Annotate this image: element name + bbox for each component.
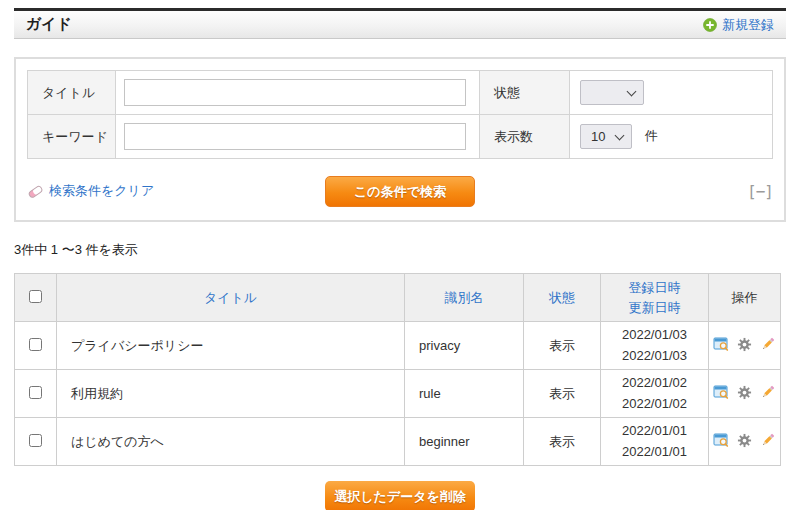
cell-slug: beginner bbox=[405, 418, 524, 466]
row-checkbox[interactable] bbox=[29, 434, 42, 447]
per-page-select-wrap: 10 bbox=[580, 124, 632, 149]
cell-dates: 2022/01/03 2022/01/03 bbox=[601, 322, 709, 370]
search-panel: タイトル 状態 キーワード 表示数 bbox=[14, 57, 786, 222]
per-page-field-label: 表示数 bbox=[480, 115, 570, 159]
cell-title: 利用規約 bbox=[57, 370, 405, 418]
new-registration-label: 新規登録 bbox=[722, 16, 774, 34]
sort-status-header[interactable]: 状態 bbox=[549, 288, 575, 308]
updated-date: 2022/01/02 bbox=[601, 394, 708, 414]
status-field-label: 状態 bbox=[480, 71, 570, 115]
title-field-label: タイトル bbox=[28, 71, 116, 115]
per-page-unit-label: 件 bbox=[645, 128, 658, 143]
sort-title-header[interactable]: タイトル bbox=[204, 288, 257, 308]
registered-date: 2022/01/03 bbox=[601, 325, 708, 345]
result-count-summary: 3件中 1 〜3 件を表示 bbox=[14, 241, 786, 259]
select-all-checkbox[interactable] bbox=[29, 290, 42, 303]
status-select[interactable] bbox=[580, 80, 644, 105]
updated-date: 2022/01/01 bbox=[601, 442, 708, 462]
preview-icon[interactable] bbox=[713, 384, 729, 400]
sort-slug-header[interactable]: 識別名 bbox=[445, 288, 484, 308]
edit-pencil-icon[interactable] bbox=[760, 384, 776, 400]
cell-dates: 2022/01/01 2022/01/01 bbox=[601, 418, 709, 466]
search-submit-button[interactable]: この条件で検索 bbox=[325, 176, 475, 207]
eraser-icon bbox=[27, 184, 44, 199]
cell-slug: privacy bbox=[405, 322, 524, 370]
cell-title: はじめての方へ bbox=[57, 418, 405, 466]
edit-pencil-icon[interactable] bbox=[760, 432, 776, 448]
cell-operations bbox=[709, 418, 781, 466]
per-page-select[interactable]: 10 bbox=[580, 124, 632, 149]
registered-date: 2022/01/02 bbox=[601, 373, 708, 393]
cell-operations bbox=[709, 322, 781, 370]
preview-icon[interactable] bbox=[713, 336, 729, 352]
page-header: ガイド 新規登録 bbox=[14, 8, 786, 39]
collapse-panel-toggle[interactable]: [−] bbox=[747, 182, 773, 201]
cell-status: 表示 bbox=[524, 418, 601, 466]
cell-dates: 2022/01/02 2022/01/02 bbox=[601, 370, 709, 418]
new-registration-link[interactable]: 新規登録 bbox=[703, 16, 774, 34]
cell-status: 表示 bbox=[524, 370, 601, 418]
cell-status: 表示 bbox=[524, 322, 601, 370]
delete-area: 選択したデータを削除 bbox=[14, 481, 786, 510]
table-header-row: タイトル 識別名 状態 登録日時 更新日時 操作 bbox=[15, 274, 781, 322]
settings-gear-icon[interactable] bbox=[737, 337, 752, 352]
page: ガイド 新規登録 タイトル 状態 bbox=[0, 0, 800, 510]
sort-updated-header[interactable]: 更新日時 bbox=[629, 298, 681, 318]
search-actions-bar: 検索条件をクリア この条件で検索 [−] bbox=[27, 170, 773, 212]
plus-circle-icon bbox=[703, 18, 717, 32]
table-row: プライバシーポリシー privacy 表示 2022/01/03 2022/01… bbox=[15, 322, 781, 370]
preview-icon[interactable] bbox=[713, 432, 729, 448]
delete-selected-button[interactable]: 選択したデータを削除 bbox=[325, 481, 475, 510]
cell-slug: rule bbox=[405, 370, 524, 418]
clear-search-label: 検索条件をクリア bbox=[49, 182, 154, 200]
sort-registered-header[interactable]: 登録日時 bbox=[629, 278, 681, 298]
registered-date: 2022/01/01 bbox=[601, 421, 708, 441]
keyword-field-label: キーワード bbox=[28, 115, 116, 159]
cell-operations bbox=[709, 370, 781, 418]
edit-pencil-icon[interactable] bbox=[760, 336, 776, 352]
status-select-wrap bbox=[580, 80, 644, 105]
row-checkbox[interactable] bbox=[29, 338, 42, 351]
search-form-table: タイトル 状態 キーワード 表示数 bbox=[27, 70, 773, 159]
cell-title: プライバシーポリシー bbox=[57, 322, 405, 370]
operations-header: 操作 bbox=[709, 274, 781, 322]
table-row: はじめての方へ beginner 表示 2022/01/01 2022/01/0… bbox=[15, 418, 781, 466]
settings-gear-icon[interactable] bbox=[737, 385, 752, 400]
settings-gear-icon[interactable] bbox=[737, 433, 752, 448]
keyword-input[interactable] bbox=[124, 123, 466, 150]
results-table: タイトル 識別名 状態 登録日時 更新日時 操作 プライバシーポリシー priv… bbox=[14, 273, 781, 466]
page-title: ガイド bbox=[26, 15, 72, 34]
title-input[interactable] bbox=[124, 79, 466, 106]
updated-date: 2022/01/03 bbox=[601, 346, 708, 366]
table-row: 利用規約 rule 表示 2022/01/02 2022/01/02 bbox=[15, 370, 781, 418]
row-checkbox[interactable] bbox=[29, 386, 42, 399]
clear-search-link[interactable]: 検索条件をクリア bbox=[27, 182, 154, 200]
